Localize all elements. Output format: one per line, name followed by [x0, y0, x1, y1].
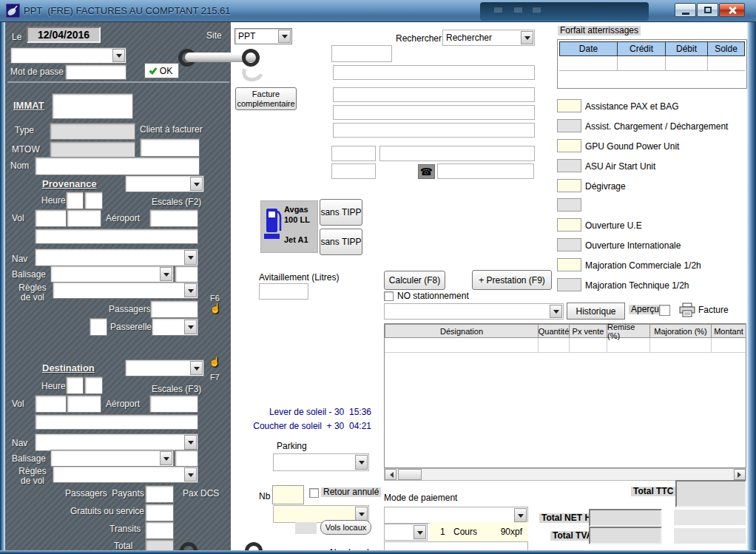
historique-button[interactable]: Historique: [567, 303, 625, 320]
password-input[interactable]: [65, 64, 126, 80]
grid-hscrollbar[interactable]: [384, 468, 746, 481]
service-box-gpu[interactable]: [557, 139, 581, 152]
nb-input[interactable]: [272, 485, 304, 504]
site-combobox[interactable]: PPT: [234, 28, 292, 44]
section-divider: [7, 81, 229, 83]
destination-aeroport-input[interactable]: [149, 395, 198, 413]
destination-heure-hh[interactable]: [66, 376, 84, 394]
avgas-grade-label: 100 LL: [284, 215, 310, 225]
destination-vol-input2[interactable]: [67, 395, 101, 413]
provenance-passagers-input[interactable]: [150, 300, 198, 318]
address-field-1[interactable]: [333, 87, 535, 102]
devise-combobox[interactable]: [384, 524, 428, 541]
provenance-vol-input1[interactable]: [35, 209, 67, 227]
scroll-right-button[interactable]: [734, 469, 746, 480]
address-field-2[interactable]: [333, 105, 535, 120]
mtow-label: MTOW: [12, 145, 40, 155]
check-icon: [149, 66, 157, 75]
provenance-heure-mm[interactable]: [84, 192, 103, 209]
f6-hand-icon[interactable]: ☝: [209, 303, 221, 314]
facture-label[interactable]: Facture: [698, 305, 729, 315]
vols-locaux-button[interactable]: Vols locaux: [320, 520, 371, 535]
destination-balisage-box[interactable]: [175, 450, 198, 467]
retour-annule-label: Retour annulé: [321, 487, 381, 497]
avgas-sans-tipp-button[interactable]: sans TIPP: [320, 199, 362, 226]
pax-payants-input[interactable]: [145, 485, 174, 503]
ok-button[interactable]: OK: [144, 63, 179, 78]
grid-header-majoration: Majoration (%): [649, 324, 712, 338]
service-box-asu[interactable]: [557, 159, 581, 172]
provenance-heure-hh[interactable]: [66, 192, 84, 209]
rechercher-label: Rechercher: [396, 34, 442, 44]
forfait-header-date: Date: [559, 41, 618, 56]
prestation-button[interactable]: + Prestation (F9): [472, 270, 552, 290]
service-box-blank[interactable]: [557, 198, 581, 212]
provenance-balisage-combobox[interactable]: [50, 266, 174, 283]
mode-paiement-combobox[interactable]: [384, 507, 528, 524]
apercu-checkbox[interactable]: [659, 305, 670, 316]
jet-sans-tipp-button[interactable]: sans TIPP: [320, 229, 362, 255]
service-label: Majoration Technique 1/2h: [585, 280, 689, 291]
forfait-header-credit: Crédit: [617, 41, 666, 56]
destination-heure-mm[interactable]: [84, 376, 103, 394]
postal-code-field[interactable]: [331, 146, 376, 161]
pax-gratuits-input[interactable]: [145, 504, 174, 521]
phone-field[interactable]: [437, 163, 534, 179]
pax-transits-input[interactable]: [145, 521, 174, 539]
passerelle-checkbox[interactable]: [90, 318, 107, 336]
maximize-button[interactable]: [697, 3, 718, 17]
close-button[interactable]: [719, 3, 745, 17]
service-box-ouverture-ue[interactable]: [557, 218, 581, 232]
country-field[interactable]: [331, 163, 376, 179]
apercu-label: Aperçu: [629, 305, 661, 314]
service-box-degivrage[interactable]: [557, 179, 581, 192]
destination-vol-input1[interactable]: [35, 395, 67, 413]
grid-header-remise: Remise (%): [607, 324, 650, 338]
total-tva-devise-field: [674, 528, 746, 544]
minimize-button[interactable]: [675, 3, 696, 17]
client-name-field[interactable]: [333, 65, 535, 80]
provenance-balisage-box[interactable]: [175, 266, 198, 283]
printer-icon[interactable]: [679, 303, 695, 320]
calculer-button[interactable]: Calculer (F8): [384, 271, 445, 290]
f7-hand-icon[interactable]: ☝: [209, 356, 220, 367]
scroll-thumb[interactable]: [398, 469, 422, 480]
user-combobox[interactable]: [10, 47, 126, 64]
no-stationnement-checkbox[interactable]: [384, 291, 394, 301]
avitaillement-input[interactable]: [259, 283, 308, 300]
service-box-majoration-tech[interactable]: [557, 278, 581, 291]
retour-annule-checkbox[interactable]: [309, 488, 319, 498]
destination-aeroport-name[interactable]: [35, 414, 198, 430]
invoice-number-field[interactable]: [331, 45, 392, 62]
service-box-majoration-comm[interactable]: [557, 258, 581, 271]
parking-combobox[interactable]: [273, 453, 369, 471]
immat-input[interactable]: [52, 93, 133, 119]
service-box-ouverture-intl[interactable]: [557, 238, 581, 251]
address-field-3[interactable]: [333, 123, 535, 138]
chevron-down-icon: [160, 451, 172, 465]
destination-regles-combobox[interactable]: [53, 466, 198, 483]
provenance-heure-label: Heure: [41, 196, 66, 206]
total-ttc-label: Total TTC: [631, 487, 675, 496]
destination-balisage-combobox[interactable]: [50, 450, 174, 467]
passerelle-combobox[interactable]: [152, 318, 198, 336]
phone-icon[interactable]: ☎: [418, 164, 435, 179]
rechercher-combobox[interactable]: Rechercher: [442, 30, 535, 46]
provenance-regles-combobox[interactable]: [53, 282, 198, 299]
nom-input[interactable]: [35, 157, 200, 175]
service-box-assistance-pax[interactable]: [557, 99, 581, 112]
client-input[interactable]: [140, 138, 200, 157]
provenance-vol-input2[interactable]: [67, 209, 101, 227]
destination-combobox[interactable]: [125, 359, 204, 376]
facture-complementaire-button[interactable]: Facture complémentaire: [235, 87, 297, 110]
city-field[interactable]: [379, 146, 535, 161]
scroll-left-button[interactable]: [385, 469, 396, 480]
prestation-combobox[interactable]: [384, 303, 564, 320]
app-icon: [6, 4, 20, 18]
provenance-aeroport-input[interactable]: [149, 209, 198, 227]
provenance-combobox[interactable]: [125, 175, 204, 192]
provenance-nav-combobox[interactable]: [35, 249, 198, 266]
service-box-assist-chargement[interactable]: [557, 119, 581, 132]
provenance-aeroport-name[interactable]: [35, 229, 198, 244]
destination-nav-combobox[interactable]: [35, 433, 198, 451]
